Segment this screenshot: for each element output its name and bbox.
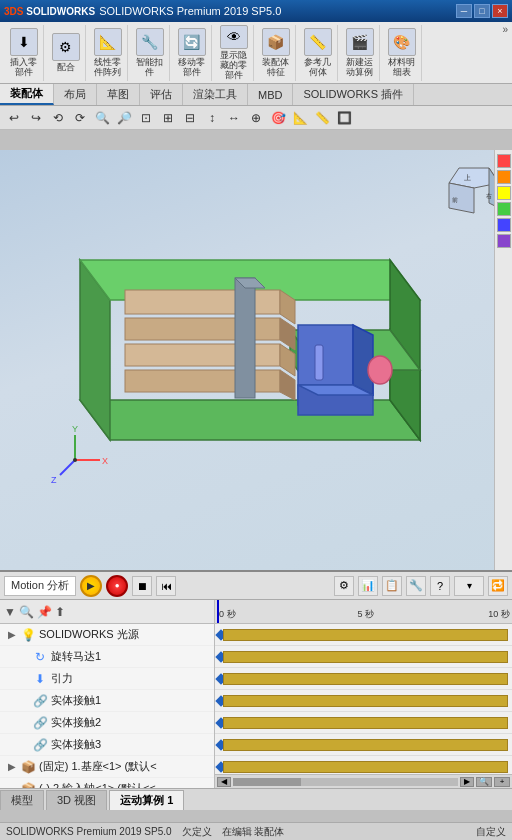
- bom-icon[interactable]: 🎨: [388, 28, 416, 56]
- motion-type-label[interactable]: Motion 分析: [4, 576, 76, 596]
- motion-stop-button[interactable]: ⏹: [132, 576, 152, 596]
- undo-button[interactable]: ↩: [4, 108, 24, 128]
- toolbar-bom[interactable]: 🎨 材料明细表: [382, 25, 422, 81]
- zoom-out-button[interactable]: 🔎: [114, 108, 134, 128]
- measure-button[interactable]: 📐: [290, 108, 310, 128]
- tree-item-contact2[interactable]: 🔗 实体接触2: [0, 712, 214, 734]
- timeline-bar-2[interactable]: [223, 673, 508, 685]
- maximize-button[interactable]: □: [474, 4, 490, 18]
- bottom-tab-motion[interactable]: 运动算例 1: [109, 790, 184, 810]
- tab-render[interactable]: 渲染工具: [183, 84, 248, 105]
- appearance-button[interactable]: 🎯: [268, 108, 288, 128]
- zoom-out-timeline[interactable]: 🔍: [476, 777, 492, 787]
- smartdim-button[interactable]: 📏: [312, 108, 332, 128]
- assembly-feature-icon[interactable]: 📦: [262, 28, 290, 56]
- time-cursor[interactable]: [217, 600, 219, 623]
- toolbar-reference[interactable]: 📏 参考几何体: [298, 25, 338, 81]
- zoom-area-button[interactable]: ⊞: [158, 108, 178, 128]
- bottom-tab-3d[interactable]: 3D 视图: [46, 790, 107, 810]
- tree-item-gravity[interactable]: ⬇ 引力: [0, 668, 214, 690]
- view-3d-button[interactable]: ↕: [202, 108, 222, 128]
- motion-export-button[interactable]: 📋: [382, 576, 402, 596]
- toolbar-move[interactable]: 🔄 移动零部件: [172, 25, 212, 81]
- color-green[interactable]: [497, 202, 511, 216]
- close-button[interactable]: ×: [492, 4, 508, 18]
- minimize-button[interactable]: ─: [456, 4, 472, 18]
- tree-item-motor1[interactable]: ↻ 旋转马达1: [0, 646, 214, 668]
- tree-item-contact1[interactable]: 🔗 实体接触1: [0, 690, 214, 712]
- toolbar-linear[interactable]: 📐 线性零件阵列: [88, 25, 128, 81]
- mate-icon[interactable]: ⚙: [52, 33, 80, 61]
- zoom-fit-button[interactable]: ⊡: [136, 108, 156, 128]
- toolbar-new-motion[interactable]: 🎬 新建运动算例: [340, 25, 380, 81]
- toolbar-expand-icon[interactable]: »: [502, 24, 508, 35]
- timeline-bar-5[interactable]: [223, 739, 508, 751]
- scroll-left-button[interactable]: ◀: [217, 777, 231, 787]
- record-button[interactable]: ●: [106, 575, 128, 597]
- show-hide-icon[interactable]: 👁: [220, 25, 248, 49]
- scroll-thumb[interactable]: [233, 778, 301, 786]
- scroll-right-button[interactable]: ▶: [460, 777, 474, 787]
- new-motion-icon[interactable]: 🎬: [346, 28, 374, 56]
- tab-evaluate[interactable]: 评估: [140, 84, 183, 105]
- color-red[interactable]: [497, 154, 511, 168]
- insert-part-icon[interactable]: ⬇: [10, 28, 38, 56]
- color-blue[interactable]: [497, 218, 511, 232]
- toolbar-smart[interactable]: 🔧 智能扣件: [130, 25, 170, 81]
- toolbar-mate[interactable]: ⚙ 配合: [46, 25, 86, 81]
- bottom-tab-model[interactable]: 模型: [0, 790, 44, 810]
- color-palette-panel: [494, 150, 512, 570]
- timeline-bar-6[interactable]: [223, 761, 508, 773]
- svg-rect-14: [125, 318, 280, 340]
- move-component-icon[interactable]: 🔄: [178, 28, 206, 56]
- play-button[interactable]: ▶: [80, 575, 102, 597]
- motion-rewind-button[interactable]: ⏮: [156, 576, 176, 596]
- motion-chart-button[interactable]: 📊: [358, 576, 378, 596]
- tree-item-solidworks-light[interactable]: ▶ 💡 SOLIDWORKS 光源: [0, 624, 214, 646]
- motion-settings-button[interactable]: ⚙: [334, 576, 354, 596]
- tab-plugins[interactable]: SOLIDWORKS 插件: [293, 84, 414, 105]
- tab-assembly[interactable]: 装配体: [0, 84, 54, 105]
- sort-icon[interactable]: ⬆: [55, 605, 65, 619]
- toolbar-show-hide[interactable]: 👁 显示隐藏的零部件: [214, 25, 254, 81]
- motion-tools-button[interactable]: 🔧: [406, 576, 426, 596]
- redo-button[interactable]: ↪: [26, 108, 46, 128]
- motion-help-button[interactable]: ?: [430, 576, 450, 596]
- selection-filter-button[interactable]: 🔲: [334, 108, 354, 128]
- toolbar-assembly-feature[interactable]: 📦 装配体特征: [256, 25, 296, 81]
- zoom-in-button[interactable]: 🔍: [92, 108, 112, 128]
- section-view-button[interactable]: ↔: [224, 108, 244, 128]
- timeline-bar-0[interactable]: [223, 629, 508, 641]
- color-purple[interactable]: [497, 234, 511, 248]
- search-filter-icon[interactable]: 🔍: [19, 605, 34, 619]
- display-mode-button[interactable]: ⊕: [246, 108, 266, 128]
- smart-fastener-icon[interactable]: 🔧: [136, 28, 164, 56]
- tab-sketch[interactable]: 草图: [97, 84, 140, 105]
- zoom-in-timeline[interactable]: +: [494, 777, 510, 787]
- motion-loop-button[interactable]: 🔁: [488, 576, 508, 596]
- color-orange[interactable]: [497, 170, 511, 184]
- pan-button[interactable]: ⟳: [70, 108, 90, 128]
- rotate-view-button[interactable]: ⟲: [48, 108, 68, 128]
- viewport[interactable]: 上 右 前: [0, 150, 512, 570]
- view-orient-button[interactable]: ⊟: [180, 108, 200, 128]
- status-bar: SOLIDWORKS Premium 2019 SP5.0 欠定义 在编辑 装配…: [0, 822, 512, 840]
- toolbar-insert[interactable]: ⬇ 插入零部件: [4, 25, 44, 81]
- reference-geometry-icon[interactable]: 📏: [304, 28, 332, 56]
- motion-speed-dropdown[interactable]: ▾: [454, 576, 484, 596]
- timeline-bar-4[interactable]: [223, 717, 508, 729]
- timeline-bar-1[interactable]: [223, 651, 508, 663]
- move-component-label: 移动零部件: [178, 58, 205, 78]
- tree-item-contact3[interactable]: 🔗 实体接触3: [0, 734, 214, 756]
- tree-item-input-shaft[interactable]: 📦 (-) 2.输入轴<1> (默认<<: [0, 778, 214, 788]
- timeline-bar-3[interactable]: [223, 695, 508, 707]
- tab-mbd[interactable]: MBD: [248, 84, 293, 105]
- scroll-track[interactable]: [233, 778, 458, 786]
- chart-scrollbar[interactable]: ◀ ▶ 🔍 +: [215, 774, 512, 788]
- color-yellow[interactable]: [497, 186, 511, 200]
- tree-item-base[interactable]: ▶ 📦 (固定) 1.基座<1> (默认<: [0, 756, 214, 778]
- linear-pattern-icon[interactable]: 📐: [94, 28, 122, 56]
- pin-icon[interactable]: 📌: [37, 605, 52, 619]
- filter-icon[interactable]: ▼: [4, 605, 16, 619]
- tab-layout[interactable]: 布局: [54, 84, 97, 105]
